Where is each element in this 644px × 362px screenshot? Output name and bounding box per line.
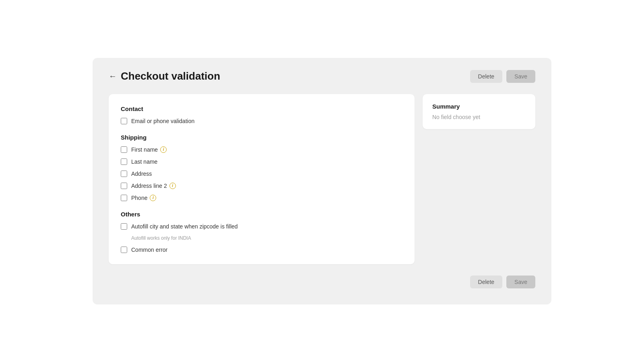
list-item: Last name — [121, 158, 402, 165]
list-item: Address line 2 i — [121, 183, 402, 189]
header-left: ← Checkout validation — [109, 70, 220, 82]
header-actions: Delete Save — [470, 70, 535, 83]
phone-info-icon[interactable]: i — [150, 195, 156, 201]
common-error-label: Common error — [131, 247, 167, 253]
last-name-label: Last name — [131, 158, 157, 165]
header-delete-button[interactable]: Delete — [470, 70, 502, 83]
summary-title: Summary — [432, 103, 526, 110]
last-name-checkbox[interactable] — [121, 158, 127, 165]
others-section-title: Others — [121, 211, 402, 218]
shipping-section-title: Shipping — [121, 134, 402, 141]
shipping-section: Shipping First name i Last name — [121, 134, 402, 201]
summary-card: Summary No field choose yet — [423, 94, 535, 129]
phone-checkbox[interactable] — [121, 195, 127, 201]
page-title: Checkout validation — [121, 70, 220, 82]
footer-save-button[interactable]: Save — [506, 276, 535, 288]
footer-actions: Delete Save — [109, 276, 535, 288]
page-wrapper: ← Checkout validation Delete Save Contac… — [0, 0, 644, 362]
contact-section: Contact Email or phone validation — [121, 105, 402, 124]
list-item: Address — [121, 171, 402, 177]
list-item: Autofill city and state when zipcode is … — [121, 223, 402, 230]
back-arrow-icon[interactable]: ← — [109, 72, 117, 81]
address-label: Address — [131, 171, 152, 177]
footer-delete-button[interactable]: Delete — [470, 276, 502, 288]
first-name-checkbox[interactable] — [121, 146, 127, 153]
summary-empty-text: No field choose yet — [432, 114, 526, 120]
content-row: Contact Email or phone validation Shippi… — [109, 94, 535, 264]
form-card: Contact Email or phone validation Shippi… — [109, 94, 415, 264]
others-section: Others Autofill city and state when zipc… — [121, 211, 402, 253]
address-line2-label: Address line 2 i — [131, 183, 176, 189]
address-checkbox[interactable] — [121, 171, 127, 177]
address-line2-checkbox[interactable] — [121, 183, 127, 189]
address-line2-info-icon[interactable]: i — [169, 183, 176, 189]
list-item: Email or phone validation — [121, 118, 402, 124]
list-item: First name i — [121, 146, 402, 153]
autofill-subtext: Autofill works only for INDIA — [131, 235, 402, 241]
main-container: ← Checkout validation Delete Save Contac… — [93, 58, 551, 304]
header-row: ← Checkout validation Delete Save — [109, 70, 535, 83]
common-error-checkbox[interactable] — [121, 247, 127, 253]
header-save-button[interactable]: Save — [506, 70, 535, 83]
autofill-checkbox[interactable] — [121, 223, 127, 230]
email-phone-checkbox[interactable] — [121, 118, 127, 124]
contact-section-title: Contact — [121, 105, 402, 112]
list-item: Phone i — [121, 195, 402, 201]
phone-label: Phone i — [131, 195, 156, 201]
email-phone-label: Email or phone validation — [131, 118, 194, 124]
list-item: Common error — [121, 247, 402, 253]
autofill-label: Autofill city and state when zipcode is … — [131, 223, 238, 230]
first-name-info-icon[interactable]: i — [160, 146, 167, 153]
first-name-label: First name i — [131, 146, 167, 153]
